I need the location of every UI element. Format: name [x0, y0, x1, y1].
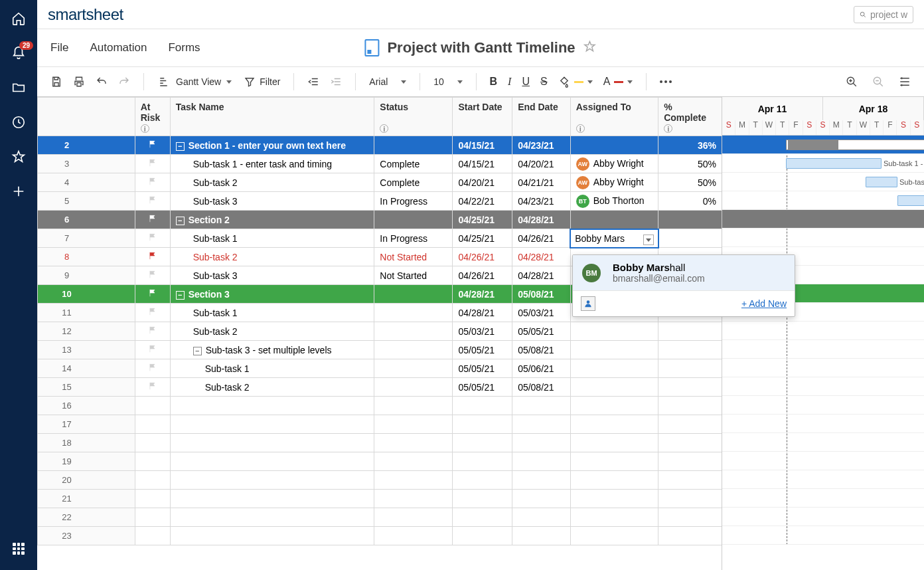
status-cell[interactable]: In Progress [374, 229, 453, 248]
start-date-cell[interactable]: 04/28/21 [453, 285, 512, 304]
at-risk-cell[interactable] [135, 527, 170, 545]
table-row[interactable]: 5 Sub-task 3 In Progress 04/22/21 04/23/… [38, 192, 722, 211]
gantt-bar[interactable]: Section 1 - enter your own text here [786, 140, 924, 150]
start-date-cell[interactable]: 04/26/21 [453, 248, 512, 266]
home-icon[interactable] [11, 11, 27, 27]
at-risk-cell[interactable] [135, 155, 170, 173]
assigned-to-cell[interactable] [570, 415, 658, 434]
start-date-cell[interactable]: 04/26/21 [453, 266, 512, 285]
menu-automation[interactable]: Automation [90, 41, 147, 54]
at-risk-cell[interactable] [135, 415, 170, 434]
end-date-cell[interactable]: 04/23/21 [512, 192, 571, 211]
end-date-cell[interactable] [512, 508, 571, 527]
row-index[interactable]: 20 [38, 471, 96, 490]
start-date-cell[interactable]: 04/28/21 [453, 304, 512, 322]
task-name-cell[interactable]: −Sub-task 3 - set multiple levels [170, 341, 374, 359]
folder-icon[interactable] [11, 80, 27, 96]
task-name-cell[interactable] [170, 527, 374, 545]
end-date-cell[interactable] [512, 434, 571, 452]
gantt-bar[interactable]: Sub-task 2 [866, 177, 897, 187]
task-name-cell[interactable]: Sub-task 2 [170, 248, 374, 266]
assigned-to-cell[interactable]: AWAbby Wright [570, 173, 658, 192]
start-date-cell[interactable] [453, 434, 512, 452]
pct-complete-cell[interactable] [658, 415, 722, 434]
row-index[interactable]: 10 [38, 285, 96, 304]
table-row[interactable]: 21 [38, 490, 722, 508]
task-name-cell[interactable] [170, 508, 374, 527]
status-cell[interactable] [374, 378, 453, 397]
end-date-cell[interactable]: 04/26/21 [512, 229, 571, 248]
status-cell[interactable] [374, 211, 453, 229]
end-date-cell[interactable] [512, 490, 571, 508]
row-index[interactable]: 8 [38, 248, 96, 266]
task-name-cell[interactable]: Sub-task 3 [170, 266, 374, 285]
status-cell[interactable]: Not Started [374, 248, 453, 266]
indent-button[interactable] [326, 73, 346, 90]
table-row[interactable]: 4 Sub-task 2 Complete 04/20/21 04/21/21 … [38, 173, 722, 192]
undo-button[interactable] [92, 73, 112, 90]
pct-complete-cell[interactable] [658, 490, 722, 508]
end-date-cell[interactable] [512, 397, 571, 415]
at-risk-cell[interactable] [135, 452, 170, 471]
table-row[interactable]: 19 [38, 452, 722, 471]
start-date-cell[interactable] [453, 471, 512, 490]
table-row[interactable]: 23 [38, 527, 722, 545]
col-task-name[interactable]: Task Name [170, 98, 374, 136]
pct-complete-cell[interactable] [658, 359, 722, 378]
pct-complete-cell[interactable]: 50% [658, 173, 722, 192]
row-index[interactable]: 17 [38, 415, 96, 434]
end-date-cell[interactable] [512, 527, 571, 545]
row-index[interactable]: 14 [38, 359, 96, 378]
assigned-to-cell[interactable] [570, 397, 658, 415]
contact-picker-icon[interactable] [581, 296, 595, 311]
start-date-cell[interactable] [453, 415, 512, 434]
status-cell[interactable] [374, 397, 453, 415]
row-index[interactable]: 16 [38, 397, 96, 415]
assigned-to-cell-editing[interactable] [570, 229, 658, 248]
row-index[interactable]: 19 [38, 452, 96, 471]
pct-complete-cell[interactable]: 50% [658, 155, 722, 173]
assigned-to-cell[interactable] [570, 490, 658, 508]
assigned-to-cell[interactable] [570, 471, 658, 490]
pct-complete-cell[interactable] [658, 471, 722, 490]
row-index[interactable]: 11 [38, 304, 96, 322]
status-cell[interactable] [374, 359, 453, 378]
assigned-to-cell[interactable] [570, 322, 658, 341]
favorites-icon[interactable] [11, 149, 27, 165]
strikethrough-button[interactable]: S [536, 73, 552, 90]
assigned-to-cell[interactable]: BTBob Thorton [570, 192, 658, 211]
row-index[interactable]: 15 [38, 378, 96, 397]
at-risk-cell[interactable] [135, 248, 170, 266]
gantt-bar[interactable]: Sub-task 3 [897, 195, 924, 206]
pct-complete-cell[interactable] [658, 508, 722, 527]
at-risk-cell[interactable] [135, 341, 170, 359]
table-row[interactable]: 20 [38, 471, 722, 490]
task-name-cell[interactable]: Sub-task 1 [170, 359, 374, 378]
assigned-to-cell[interactable] [570, 378, 658, 397]
table-row[interactable]: 14 Sub-task 1 05/05/21 05/06/21 [38, 359, 722, 378]
text-color-button[interactable]: A [599, 73, 637, 90]
end-date-cell[interactable]: 05/03/21 [512, 304, 571, 322]
gantt-bar[interactable]: Sub-task 1 - enter task and timing [786, 158, 882, 169]
end-date-cell[interactable]: 04/23/21 [512, 136, 571, 155]
table-row[interactable]: 22 [38, 508, 722, 527]
at-risk-cell[interactable] [135, 285, 170, 304]
col-pct-complete[interactable]: % Completei [658, 98, 722, 136]
table-row[interactable]: 13 −Sub-task 3 - set multiple levels 05/… [38, 341, 722, 359]
start-date-cell[interactable]: 04/15/21 [453, 155, 512, 173]
pct-complete-cell[interactable] [658, 378, 722, 397]
notifications-icon[interactable]: 29 [11, 45, 27, 61]
assigned-to-cell[interactable] [570, 527, 658, 545]
task-name-cell[interactable]: −Section 2 [170, 211, 374, 229]
assigned-to-cell[interactable] [570, 341, 658, 359]
start-date-cell[interactable]: 04/22/21 [453, 192, 512, 211]
task-name-cell[interactable]: −Section 1 - enter your own text here [170, 136, 374, 155]
end-date-cell[interactable]: 05/05/21 [512, 322, 571, 341]
table-row[interactable]: 16 [38, 397, 722, 415]
at-risk-cell[interactable] [135, 136, 170, 155]
assigned-to-cell[interactable] [570, 136, 658, 155]
table-row[interactable]: 12 Sub-task 2 05/03/21 05/05/21 [38, 322, 722, 341]
create-icon[interactable] [11, 183, 27, 199]
apps-icon[interactable] [11, 541, 27, 557]
at-risk-cell[interactable] [135, 211, 170, 229]
